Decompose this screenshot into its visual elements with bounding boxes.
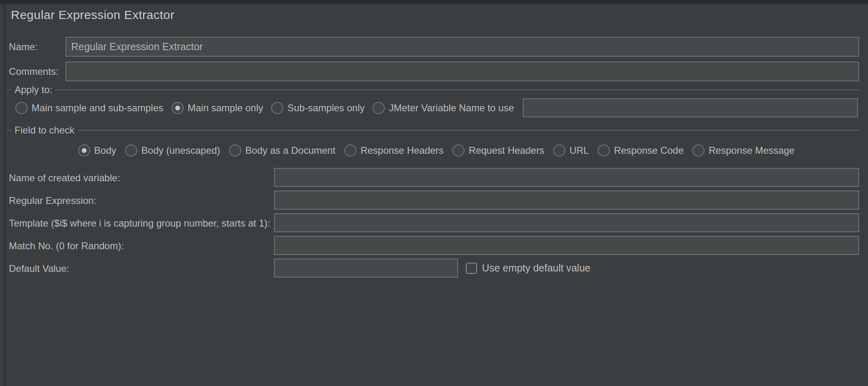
checkbox-icon	[466, 263, 477, 274]
regular-expression-label: Regular Expression:	[9, 195, 96, 206]
checkbox-label: Use empty default value	[482, 262, 590, 274]
field-to-check-legend: Field to check	[15, 125, 74, 136]
radio-response-code[interactable]: Response Code	[598, 144, 683, 157]
radio-main-sample-and-sub-samples[interactable]: Main sample and sub-samples	[15, 102, 163, 114]
template-label: Template ($i$ where i is capturing group…	[9, 218, 270, 229]
name-label: Name:	[9, 41, 38, 53]
template-input[interactable]	[274, 213, 859, 232]
radio-label: Response Headers	[361, 145, 444, 156]
regular-expression-input[interactable]	[274, 191, 859, 210]
splitpane-divider[interactable]	[4, 4, 5, 386]
radio-icon	[78, 144, 90, 157]
radio-icon	[15, 102, 28, 114]
match-no-label: Match No. (0 for Random):	[9, 240, 124, 252]
radio-icon	[125, 144, 137, 157]
apply-to-legend: Apply to:	[15, 84, 52, 95]
radio-icon	[373, 102, 385, 114]
radio-label: URL	[569, 145, 589, 156]
radio-icon	[553, 144, 565, 157]
radio-sub-samples-only[interactable]: Sub-samples only	[271, 102, 365, 114]
radio-label: Main sample only	[188, 102, 263, 114]
radio-label: Sub-samples only	[287, 102, 365, 114]
page-title: Regular Expression Extractor	[11, 8, 174, 22]
radio-icon	[452, 144, 465, 157]
created-variable-label: Name of created variable:	[9, 172, 120, 184]
radio-label: Response Message	[709, 145, 794, 156]
radio-icon	[692, 144, 705, 157]
group-border-line	[55, 89, 859, 90]
radio-response-message[interactable]: Response Message	[692, 144, 794, 157]
field-to-check-group-header: Field to check	[8, 125, 859, 136]
radio-body-as-document[interactable]: Body as a Document	[229, 144, 335, 157]
apply-to-group-header: Apply to:	[8, 85, 859, 95]
radio-icon	[172, 102, 184, 114]
comments-input[interactable]	[66, 62, 859, 81]
jmeter-variable-name-input[interactable]	[523, 98, 858, 117]
radio-label: Body as a Document	[245, 145, 335, 156]
field-to-check-radio-row: Body Body (unescaped) Body as a Document…	[5, 141, 867, 160]
group-border-dash	[8, 130, 12, 131]
radio-response-headers[interactable]: Response Headers	[344, 144, 444, 157]
default-value-input[interactable]	[274, 259, 458, 278]
window-top-border	[0, 0, 868, 4]
group-border-line	[78, 130, 859, 131]
radio-icon	[229, 144, 241, 157]
radio-body-unescaped[interactable]: Body (unescaped)	[125, 144, 220, 157]
radio-label: Response Code	[614, 145, 683, 156]
apply-to-radio-row: Main sample and sub-samples Main sample …	[15, 98, 514, 118]
match-no-input[interactable]	[274, 236, 859, 255]
radio-body[interactable]: Body	[78, 144, 117, 157]
radio-label: Body (unescaped)	[141, 145, 220, 156]
created-variable-input[interactable]	[274, 168, 859, 187]
group-border-dash	[8, 89, 12, 90]
radio-main-sample-only[interactable]: Main sample only	[172, 102, 263, 114]
radio-url[interactable]: URL	[553, 144, 589, 157]
radio-request-headers[interactable]: Request Headers	[452, 144, 544, 157]
comments-label: Comments:	[9, 66, 59, 77]
use-empty-default-checkbox[interactable]: Use empty default value	[466, 262, 590, 274]
name-input[interactable]	[66, 37, 859, 57]
radio-icon	[271, 102, 283, 114]
radio-label: Main sample and sub-samples	[32, 102, 163, 114]
radio-icon	[344, 144, 357, 157]
radio-label: Request Headers	[469, 145, 544, 156]
radio-icon	[598, 144, 610, 157]
radio-label: Body	[94, 145, 117, 156]
default-value-label: Default Value:	[9, 263, 69, 274]
radio-label: JMeter Variable Name to use	[389, 102, 514, 114]
radio-jmeter-variable-name[interactable]: JMeter Variable Name to use	[373, 102, 514, 114]
